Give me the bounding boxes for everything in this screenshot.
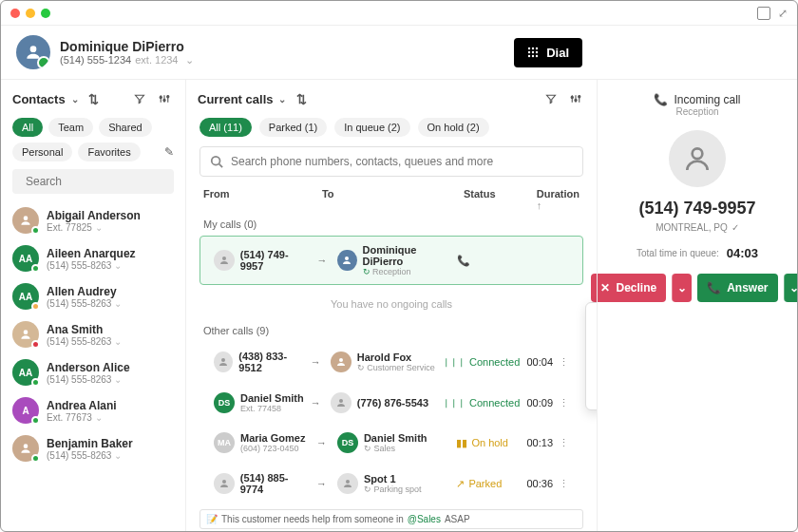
contact-row[interactable]: Abigail AndersonExt. 77825 ⌄ — [1, 201, 185, 239]
call-row[interactable]: (514) 885-9774→Spot 1↻ Parking spot↗ Par… — [200, 464, 583, 504]
svg-point-12 — [167, 96, 169, 98]
avatar: DS — [337, 432, 358, 453]
svg-point-22 — [345, 256, 349, 260]
contacts-search[interactable] — [12, 169, 174, 194]
window-titlebar: ⤢ — [1, 1, 797, 26]
answer-options-button[interactable]: ⌄ — [784, 274, 798, 302]
incoming-sub: Reception — [675, 106, 718, 117]
filter-icon[interactable] — [130, 89, 149, 108]
call-row[interactable]: DSDaniel SmithExt. 77458→(776) 876-5543❘… — [200, 384, 583, 422]
contact-row[interactable]: AAAllen Audrey(514) 555-8263 ⌄ — [1, 277, 185, 315]
avatar: MA — [214, 432, 235, 453]
avatar — [337, 250, 356, 271]
contact-row[interactable]: AAndrea AlaniExt. 77673 ⌄ — [1, 391, 185, 429]
incoming-label: 📞 Incoming call — [654, 93, 740, 106]
column-from: From — [203, 188, 322, 211]
decline-button[interactable]: ✕Decline — [591, 274, 666, 302]
profile-avatar[interactable] — [16, 35, 50, 69]
phone-incoming-icon: 📞 — [654, 93, 668, 106]
svg-point-18 — [575, 99, 577, 101]
filter-chip-all[interactable]: All — [12, 118, 43, 137]
window-close-icon[interactable] — [10, 9, 20, 18]
svg-point-21 — [222, 256, 226, 260]
panel-toggle-icon[interactable] — [757, 7, 770, 20]
avatar — [331, 352, 352, 372]
column-to: To — [322, 188, 464, 211]
svg-point-15 — [24, 330, 28, 334]
swap-icon[interactable]: ⇅ — [292, 89, 311, 108]
contact-avatar: AA — [12, 245, 39, 272]
calls-search-input[interactable] — [231, 155, 573, 168]
svg-point-14 — [24, 216, 28, 220]
decline-options-button[interactable]: ⌄ — [672, 274, 692, 302]
contact-row[interactable]: Ana Smith(514) 555-8263 ⌄ — [1, 315, 185, 353]
filter-icon[interactable] — [542, 89, 560, 108]
profile-name: Dominique DiPierro — [60, 39, 194, 54]
dial-button[interactable]: Dial — [514, 38, 582, 67]
contact-row[interactable]: Benjamin Baker(514) 555-8263 ⌄ — [1, 429, 185, 467]
contact-avatar: AA — [12, 359, 39, 386]
ringing-icon: 📞 — [457, 255, 470, 267]
column-status: Status — [464, 188, 537, 211]
menu-transfer[interactable]: ↗Transfer call — [586, 356, 598, 381]
anon-avatar-icon — [214, 250, 235, 271]
svg-point-4 — [528, 51, 530, 53]
chevron-down-icon[interactable]: ⌄ — [71, 94, 79, 104]
call-filter-chip[interactable]: All (11) — [200, 118, 252, 137]
call-row[interactable]: (438) 833-9512→Harold Fox↻ Customer Serv… — [200, 342, 583, 382]
settings-sliders-icon[interactable] — [566, 89, 585, 108]
contacts-panel: Contacts ⌄ ⇅ AllTeamSharedPersonalFavori… — [1, 80, 186, 531]
call-context-menu: ⌢Decline ⊙⊙Send to voicemail↖ ↗Transfer … — [585, 302, 598, 410]
swap-icon[interactable]: ⇅ — [85, 89, 104, 108]
expand-icon[interactable]: ⤢ — [778, 7, 788, 20]
call-filter-chip[interactable]: In queue (2) — [334, 118, 409, 137]
anon-avatar-icon — [337, 473, 358, 494]
filter-chip-team[interactable]: Team — [48, 118, 93, 137]
call-note: 📝 This customer needs help from someone … — [200, 509, 583, 529]
filter-chip-shared[interactable]: Shared — [99, 118, 151, 137]
menu-decline[interactable]: ⌢Decline — [586, 307, 598, 332]
window-zoom-icon[interactable] — [41, 9, 50, 18]
more-icon[interactable]: ⋮ — [559, 478, 569, 490]
svg-point-8 — [532, 55, 534, 57]
filter-chip-favorites[interactable]: Favorites — [78, 142, 140, 162]
more-icon[interactable]: ⋮ — [559, 356, 569, 369]
menu-send-voicemail[interactable]: ⊙⊙Send to voicemail↖ — [586, 332, 598, 356]
call-filter-chip[interactable]: Parked (1) — [259, 118, 327, 137]
menu-park[interactable]: ⊓Park call — [586, 381, 598, 406]
svg-point-26 — [222, 480, 226, 484]
svg-point-5 — [532, 51, 534, 53]
incoming-call-row[interactable]: (514) 749-9957 → Dominique DiPierro↻ Rec… — [200, 236, 583, 285]
calls-title: Current calls — [198, 92, 273, 106]
svg-point-16 — [24, 444, 28, 448]
column-duration[interactable]: Duration ↑ — [537, 188, 580, 211]
contact-row[interactable]: AAAnderson Alice(514) 555-8263 ⌄ — [1, 353, 185, 391]
contacts-title: Contacts — [12, 92, 66, 106]
chevron-down-icon[interactable]: ⌄ — [278, 94, 286, 104]
more-icon[interactable]: ⋮ — [559, 437, 569, 449]
svg-point-20 — [212, 157, 220, 165]
svg-point-27 — [346, 480, 350, 484]
svg-point-9 — [536, 55, 538, 57]
answer-button[interactable]: 📞Answer — [697, 274, 777, 302]
window-minimize-icon[interactable] — [26, 9, 35, 18]
settings-sliders-icon[interactable] — [155, 89, 174, 108]
arrow-right-icon: → — [316, 437, 332, 448]
contact-row[interactable]: AAAileen Anarquez(514) 555-8263 ⌄ — [1, 239, 185, 277]
arrow-right-icon: → — [316, 478, 332, 489]
contacts-search-input[interactable] — [26, 175, 168, 188]
empty-calls-msg: You have no ongoing calls — [186, 287, 597, 321]
more-icon[interactable]: ⋮ — [559, 397, 569, 409]
svg-point-10 — [160, 96, 162, 98]
svg-point-24 — [339, 358, 343, 362]
filter-chip-personal[interactable]: Personal — [12, 142, 72, 162]
call-filter-chip[interactable]: On hold (2) — [418, 118, 489, 137]
call-row[interactable]: MAMaria Gomez(604) 723-0450→DSDaniel Smi… — [200, 424, 583, 462]
arrow-right-icon: → — [316, 255, 332, 266]
edit-filters-icon[interactable]: ✎ — [164, 145, 174, 159]
calls-search[interactable] — [200, 146, 583, 177]
incoming-call-panel: 📞 Incoming call Reception (514) 749-9957… — [598, 80, 797, 531]
app-header: Dominique DiPierro (514) 555-1234ext. 12… — [1, 26, 797, 80]
calls-panel: Current calls ⌄ ⇅ All (11)Parked (1)In q… — [186, 80, 598, 531]
contact-avatar — [12, 435, 39, 462]
